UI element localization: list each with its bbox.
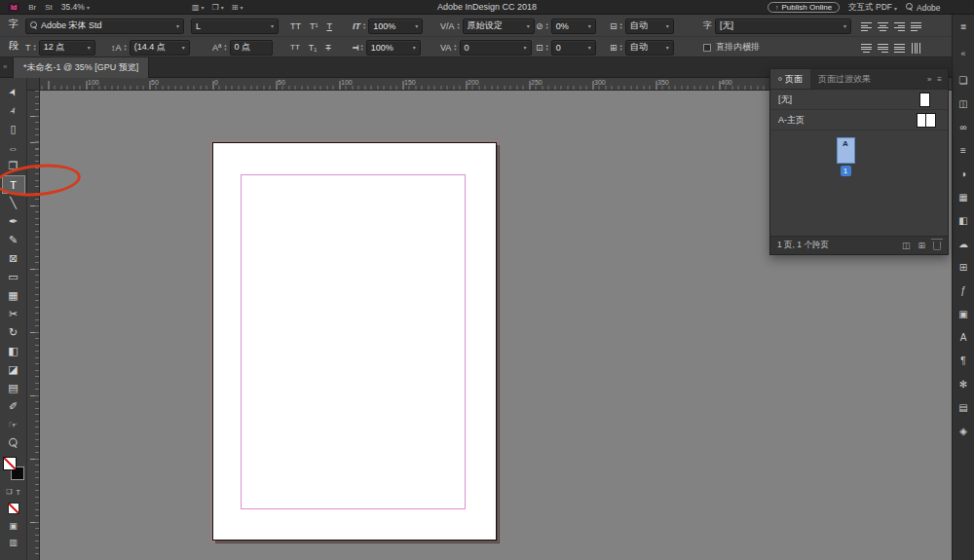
master-a-thumbnail[interactable] <box>917 113 936 128</box>
master-none-thumbnail[interactable] <box>919 93 930 107</box>
grid-align-stepper-2[interactable] <box>620 44 622 51</box>
selection-tool[interactable]: ➤ <box>2 83 25 101</box>
grid-align-field-1[interactable]: 自动 <box>625 19 674 34</box>
document-tab[interactable]: *未命名-1 @ 35% [GPU 预览] <box>13 57 149 78</box>
character-styles-panel-icon[interactable]: A <box>960 325 967 349</box>
screen-mode-menu-icon[interactable]: ❒ <box>212 3 224 12</box>
paragraph-formatting-icon[interactable]: 段 <box>6 39 21 53</box>
layers-panel-icon[interactable]: ◫ <box>958 92 967 115</box>
tracking-field[interactable]: 0 <box>460 40 532 56</box>
justify-last-right-icon[interactable] <box>878 44 888 53</box>
workspace-switcher[interactable]: 交互式 PDF <box>848 2 897 14</box>
gradient-swatch-tool[interactable]: ◧ <box>2 342 25 360</box>
align-center-icon[interactable] <box>878 22 888 31</box>
grid-align-field-2[interactable]: 自动 <box>625 40 674 56</box>
fill-swatch-none[interactable] <box>3 457 17 470</box>
note-tool[interactable]: ▤ <box>2 379 25 397</box>
gap-tool[interactable]: ⇔ <box>2 138 25 157</box>
zoom-tool[interactable] <box>2 434 25 453</box>
paragraph-styles-panel-icon[interactable]: ¶ <box>960 349 965 372</box>
font-size-field[interactable]: 12 点 <box>39 40 95 56</box>
gradient-feather-tool[interactable]: ◪ <box>2 360 25 379</box>
type-tool[interactable]: T <box>2 175 25 194</box>
pencil-tool[interactable]: ✎ <box>2 231 25 249</box>
rectangle-tool[interactable]: ▭ <box>2 268 25 286</box>
text-wrap-panel-icon[interactable]: ◈ <box>959 419 967 442</box>
page-tool[interactable]: ▯ <box>2 120 25 138</box>
small-caps-icon[interactable]: TT <box>290 43 300 52</box>
superscript-icon[interactable]: T¹ <box>310 21 318 31</box>
all-caps-icon[interactable]: TT <box>290 21 301 31</box>
tab-pages[interactable]: 页面 <box>770 69 810 89</box>
character-formatting-icon[interactable]: 字 <box>6 18 21 31</box>
underline-icon[interactable]: T <box>327 21 333 31</box>
apply-none-button[interactable] <box>8 503 19 514</box>
justify-last-left-icon[interactable] <box>911 22 921 31</box>
rectangle-frame-tool[interactable]: ⊠ <box>2 249 25 268</box>
master-a-row[interactable]: A-主页 <box>770 110 948 131</box>
leading-field[interactable]: (14.4 点 <box>130 40 190 56</box>
hand-tool[interactable]: ☞ <box>2 416 25 434</box>
master-none-row[interactable]: [无] <box>770 90 948 110</box>
proportional-spacing-stepper[interactable] <box>546 22 548 29</box>
panel-collapse-icon[interactable]: » <box>927 75 931 84</box>
font-size-stepper[interactable] <box>34 44 36 51</box>
leading-stepper[interactable] <box>125 44 127 51</box>
glyphs-panel-icon[interactable]: ✻ <box>959 372 967 395</box>
story-editor-panel-icon[interactable]: ▤ <box>958 395 967 419</box>
font-style-dropdown[interactable]: L <box>191 19 279 34</box>
baseline-shift-stepper[interactable] <box>224 44 226 51</box>
grid-align-stepper-1[interactable] <box>620 22 622 29</box>
bridge-icon[interactable]: Br <box>28 3 36 12</box>
proportional-spacing-field[interactable]: 0% <box>551 19 596 34</box>
align-right-icon[interactable] <box>894 22 905 31</box>
color-panel-icon[interactable]: ◑ <box>960 162 966 185</box>
horizontal-scale-stepper[interactable] <box>361 44 363 51</box>
pen-tool[interactable]: ✒ <box>2 212 25 231</box>
kerning-stepper[interactable] <box>458 22 460 29</box>
effects-panel-icon[interactable]: ƒ <box>960 279 966 302</box>
direct-selection-tool[interactable]: ➢ <box>2 101 25 120</box>
eyedropper-tool[interactable]: ✐ <box>2 397 25 416</box>
align-left-icon[interactable] <box>861 22 872 31</box>
pages-panel-icon[interactable]: ❏ <box>959 68 968 92</box>
tracking-stepper[interactable] <box>454 44 456 51</box>
tab-scroll-icon[interactable]: « <box>3 62 7 71</box>
character-style-dropdown[interactable]: [无] <box>715 19 851 34</box>
ruler-origin-corner[interactable] <box>27 78 40 91</box>
stock-icon[interactable]: St <box>45 3 53 12</box>
aki-stepper[interactable] <box>546 44 548 51</box>
page-1-number-badge[interactable]: 1 <box>841 166 851 176</box>
line-tool[interactable]: ╲ <box>2 194 25 212</box>
document-page[interactable] <box>212 142 497 541</box>
vertical-justify-icon[interactable] <box>912 43 920 54</box>
page-1-thumbnail[interactable]: A <box>837 137 855 164</box>
vertical-scale-stepper[interactable] <box>363 22 365 29</box>
tab-page-transitions[interactable]: 页面过渡效果 <box>810 69 879 89</box>
view-options-icon[interactable]: ▥ <box>192 3 205 12</box>
object-styles-panel-icon[interactable]: ▣ <box>958 302 967 325</box>
vertical-ruler[interactable] <box>27 91 40 560</box>
control-panel-menu-icon[interactable]: ≣ <box>960 22 967 31</box>
content-collector-tool[interactable]: ❐ <box>2 157 25 175</box>
delete-page-icon[interactable] <box>933 242 941 250</box>
edit-page-size-icon[interactable]: ◫ <box>902 241 911 250</box>
new-page-icon[interactable]: ⊞ <box>918 241 925 250</box>
free-transform-tool[interactable]: ↻ <box>2 323 25 342</box>
justify-all-icon[interactable] <box>894 44 905 53</box>
subscript-icon[interactable]: T₁ <box>309 43 318 53</box>
font-family-dropdown[interactable]: Adobe 宋体 Std <box>25 19 184 34</box>
indesign-logo-icon[interactable]: Id <box>8 3 19 12</box>
swatches-panel-icon[interactable]: ▦ <box>958 185 967 208</box>
formatting-affects-container-icon[interactable]: ❑ <box>6 488 12 496</box>
cc-libraries-panel-icon[interactable]: ☁ <box>958 232 968 255</box>
page-1-item[interactable]: A 1 <box>831 137 860 176</box>
stroke-panel-icon[interactable]: ≡ <box>960 138 966 162</box>
justify-last-center-icon[interactable] <box>861 44 872 53</box>
links-panel-icon[interactable]: ∞ <box>959 115 966 138</box>
gradient-panel-icon[interactable]: ◧ <box>958 208 967 232</box>
publish-online-button[interactable]: Publish Online <box>768 2 840 13</box>
tatechuyoko-checkbox[interactable] <box>703 44 711 52</box>
search-field[interactable]: Adobe <box>906 3 947 13</box>
grid-tool[interactable]: ▦ <box>2 286 25 305</box>
